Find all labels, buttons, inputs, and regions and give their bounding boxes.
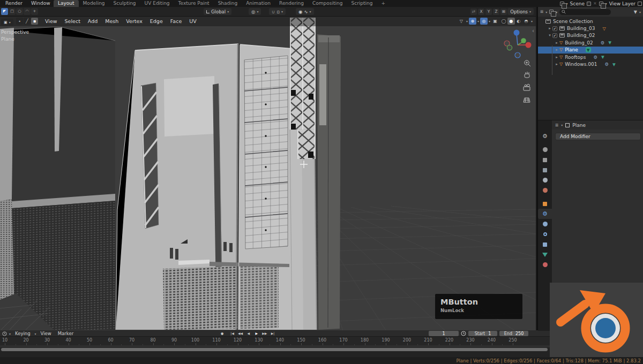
delete-scene-icon[interactable]: ✕ (593, 1, 597, 6)
mesh-object-badge-icon[interactable]: ▽ (602, 26, 605, 31)
end-frame-field[interactable]: End250 (499, 331, 528, 336)
expand-icon[interactable]: ▸ (554, 41, 559, 45)
viewport-menu-mesh[interactable]: Mesh (102, 17, 122, 26)
filter-funnel-icon[interactable]: ▼ (634, 10, 637, 14)
modifier-wrench-icon[interactable]: ⚙ (604, 62, 609, 67)
snap-grid-icon[interactable]: ⊞ (500, 9, 507, 15)
prev-keyframe-button[interactable]: ◀◀ (237, 331, 244, 336)
outliner-row-plane[interactable]: ▸▽Plane▼ (538, 47, 643, 54)
xray-toggle-icon[interactable]: ▣ (491, 18, 499, 25)
tab-output[interactable] (538, 155, 552, 165)
gizmos-toggle-icon[interactable]: ⊕ (469, 18, 476, 25)
mirror-x-toggle[interactable]: X (478, 9, 484, 15)
gizmo-y-axis[interactable] (521, 38, 526, 43)
object-visibility-filter-icon[interactable]: ▽ (458, 18, 465, 25)
tab-physics[interactable] (538, 229, 552, 239)
tab-tool[interactable]: ⚙ (538, 131, 552, 141)
select-lasso-tool[interactable]: ◠ (24, 8, 31, 15)
workspace-tab-rendering[interactable]: Rendering (275, 0, 308, 7)
workspace-tab-compositing[interactable]: Compositing (308, 0, 347, 7)
mesh-data-icon[interactable]: ▼ (601, 55, 604, 59)
jump-to-end-button[interactable]: ▶| (269, 331, 276, 336)
shading-rendered-icon[interactable]: ◓ (522, 18, 530, 25)
workspace-tab-uv-editing[interactable]: UV Editing (140, 0, 174, 7)
tab-world[interactable] (538, 185, 552, 195)
cursor-tool[interactable]: + (31, 8, 38, 15)
viewport-menu-view[interactable]: View (42, 17, 61, 26)
outliner-row-building-03[interactable]: ▸✓Building_03▽ (538, 25, 643, 32)
mirror-z-toggle[interactable]: Z (493, 9, 499, 15)
edge-select-mode[interactable]: ╱ (24, 18, 31, 25)
overlays-toggle-icon[interactable]: ◎ (480, 18, 488, 25)
shading-material-icon[interactable]: ◐ (515, 18, 522, 25)
workspace-tab-animation[interactable]: Animation (242, 0, 275, 7)
play-reverse-button[interactable]: ◀ (245, 331, 252, 336)
outliner-row-rooftops[interactable]: ▸▽Rooftops⚙▼ (538, 54, 643, 60)
add-workspace-button[interactable]: + (377, 0, 390, 7)
checkbox-icon[interactable]: ✓ (552, 26, 557, 31)
tab-view-layer[interactable] (538, 165, 552, 175)
viewport-menu-vertex[interactable]: Vertex (123, 17, 146, 26)
checkbox-icon[interactable]: ✓ (552, 33, 557, 38)
expand-icon[interactable]: ▸ (554, 55, 559, 59)
tab-particles[interactable] (538, 219, 552, 229)
display-mode-icon[interactable]: ☰ (540, 10, 543, 14)
transform-orientation-dropdown[interactable]: Global ▾ (204, 7, 231, 15)
tab-material[interactable] (538, 260, 552, 270)
tweak-tool[interactable]: ◤ (1, 8, 8, 15)
mesh-data-chip[interactable]: ▼ (586, 47, 591, 52)
options-dropdown[interactable]: Options ▾ (507, 7, 534, 15)
select-circle-tool[interactable]: ○ (16, 8, 23, 15)
mode-selector-dropdown[interactable]: ▣ ▾ (1, 18, 13, 26)
clock-icon[interactable] (2, 331, 7, 336)
viewport-menu-add[interactable]: Add (85, 17, 101, 26)
new-scene-icon[interactable] (587, 2, 591, 6)
expand-icon[interactable]: ▸ (554, 62, 559, 66)
tab-modifiers[interactable]: ⚙ (538, 209, 552, 219)
expand-icon[interactable]: ▸ (554, 48, 559, 52)
vertex-select-mode[interactable]: ∙ (16, 18, 23, 25)
workspace-tab-layout[interactable]: Layout (54, 0, 79, 7)
clock-icon[interactable] (461, 331, 466, 336)
tab-object[interactable] (538, 199, 552, 209)
workspace-tab-texture-paint[interactable]: Texture Paint (174, 0, 214, 7)
editor-type-icon[interactable]: ☰ (555, 123, 558, 127)
outliner-row-scene-collection[interactable]: Scene Collection (538, 18, 643, 25)
tab-render[interactable] (538, 145, 552, 155)
filter-type-icon[interactable] (549, 10, 554, 14)
current-frame-field[interactable]: 1 (429, 331, 459, 336)
select-box-tool[interactable]: □ (9, 8, 16, 15)
workspace-tab-shading[interactable]: Shading (214, 0, 242, 7)
timeline-menu-keying[interactable]: Keying (13, 331, 33, 336)
menu-window[interactable]: Window (28, 0, 54, 7)
gizmo-x-axis[interactable] (526, 42, 532, 48)
timeline-ruler[interactable]: 1020304050607080901001101201301401501601… (0, 337, 643, 345)
start-frame-field[interactable]: Start1 (468, 331, 497, 336)
pivot-point-dropdown[interactable]: ◎ ▾ (249, 7, 261, 15)
magnet-icon[interactable]: ∪ (272, 9, 275, 14)
viewport-menu-edge[interactable]: Edge (147, 17, 166, 26)
tab-constraints[interactable] (538, 239, 552, 249)
modifier-wrench-icon[interactable]: ⚙ (601, 40, 605, 46)
search-input[interactable] (559, 9, 611, 15)
outliner-row-building-02[interactable]: ▾✓Building_02 (538, 32, 643, 39)
expand-icon[interactable]: ▾ (547, 33, 552, 37)
viewport-menu-face[interactable]: Face (167, 17, 185, 26)
menu-render[interactable]: Render (2, 0, 26, 7)
new-view-layer-icon[interactable] (638, 2, 642, 6)
proportional-editing-icon[interactable]: ◉ (298, 9, 302, 14)
view-layer-name[interactable]: View Layer (609, 1, 635, 6)
mesh-data-icon[interactable]: ▼ (608, 40, 611, 45)
workspace-tab-modeling[interactable]: Modeling (79, 0, 109, 7)
add-modifier-button[interactable]: Add Modifier (555, 133, 641, 140)
outliner-row-windows-001[interactable]: ▸▽Windows.001⚙▼ (538, 60, 643, 67)
shading-solid-icon[interactable]: ● (507, 18, 515, 25)
expand-icon[interactable]: ▸ (547, 26, 552, 31)
auto-keying-button[interactable]: ● (219, 331, 226, 336)
viewport-menu-uv[interactable]: UV (186, 17, 199, 26)
sidebar-toggle-icon[interactable]: ‹ (532, 28, 534, 34)
proportional-edit-controls[interactable]: ◉ ∿ ▾ (296, 7, 314, 15)
timeline-menu-marker[interactable]: Marker (56, 331, 76, 336)
snap-controls[interactable]: ∪ ▫ ▾ (269, 7, 286, 15)
workspace-tab-sculpting[interactable]: Sculpting (109, 0, 140, 7)
